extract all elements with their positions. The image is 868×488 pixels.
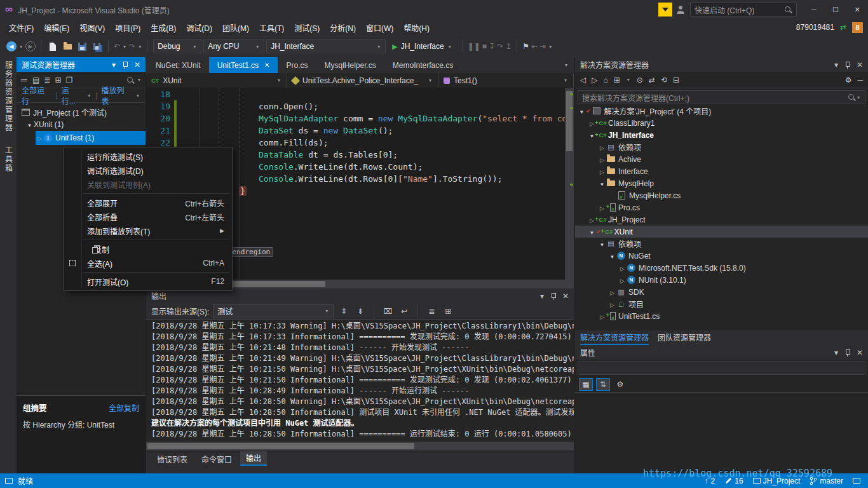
close-icon[interactable]: ✕	[857, 349, 863, 356]
menu-item-build[interactable]: 生成(B)	[146, 20, 181, 36]
output-source-dropdown[interactable]: 测试▾	[213, 304, 334, 318]
menu-item-window[interactable]: 窗口(W)	[361, 20, 398, 36]
close-tab-icon[interactable]: ✕	[264, 62, 269, 69]
tab-unittest1-cs[interactable]: UnitTest1.cs ✕	[209, 57, 278, 73]
next-message-icon[interactable]: ⇟	[354, 306, 367, 317]
indent-increase-icon[interactable]: ⇥	[539, 43, 546, 50]
properties-object-dropdown[interactable]	[578, 361, 865, 375]
project-dropdown[interactable]: C# XUnit ▾	[146, 73, 287, 88]
search-tests-icon[interactable]	[126, 76, 135, 85]
menu-item-expand-all[interactable]: 全部展开Ctrl+右箭头	[64, 196, 232, 210]
tab-solution-explorer[interactable]: 解决方案资源管理器	[580, 330, 649, 345]
property-pages-icon[interactable]: ⚙	[613, 378, 627, 391]
chevron-collapsed-icon[interactable]	[608, 300, 616, 309]
chevron-expanded-icon[interactable]	[598, 179, 606, 188]
redo-icon[interactable]: ↷	[129, 43, 135, 50]
scrollbar-thumb[interactable]	[147, 443, 414, 449]
undo-icon[interactable]: ↶	[114, 43, 120, 50]
categorized-view-icon[interactable]: ▦	[579, 378, 593, 391]
pin-icon[interactable]	[844, 349, 851, 356]
maximize-button[interactable]: ☐	[825, 0, 846, 19]
close-button[interactable]: ✕	[846, 0, 868, 19]
refresh-icon[interactable]: ⟲	[661, 76, 667, 84]
tree-item-jh-project[interactable]: +C#JH_Project	[575, 214, 868, 226]
chevron-expanded-icon[interactable]	[598, 240, 606, 248]
window-position-icon[interactable]: ❐	[65, 76, 72, 84]
chevron-expanded-icon[interactable]	[25, 120, 34, 129]
new-file-button[interactable]	[46, 40, 59, 53]
run-all-link[interactable]: 全部运行	[22, 85, 52, 106]
undo-dropdown-icon[interactable]: ▾	[123, 44, 126, 50]
menu-item-file[interactable]: 文件(F)	[4, 20, 39, 36]
playlist-menu-link[interactable]: 播放列表	[101, 85, 132, 106]
tab-memointerface-cs[interactable]: MemoInterface.cs	[384, 57, 461, 73]
menu-item-help[interactable]: 帮助(H)	[398, 20, 435, 36]
tree-item-mysqlhelp[interactable]: MysqlHelp	[575, 177, 868, 189]
menu-item-test[interactable]: 测试(S)	[289, 20, 325, 36]
menu-item-select-all[interactable]: 全选(A)Ctrl+A	[64, 256, 232, 270]
navigate-back-dropdown-icon[interactable]: ▾	[20, 44, 22, 50]
menu-item-view[interactable]: 视图(V)	[74, 20, 110, 36]
code-line[interactable]: 19conn.Open();	[146, 100, 574, 112]
member-dropdown[interactable]: Test1() ▾	[438, 73, 574, 88]
output-horizontal-scrollbar[interactable]	[146, 442, 574, 451]
menu-item-team[interactable]: 团队(M)	[217, 20, 254, 36]
class-dropdown[interactable]: UnitTest.Achive_Police_Interface_ ▾	[287, 73, 438, 88]
menu-item-open-test[interactable]: 打开测试(O)F12	[64, 274, 232, 288]
editor-vertical-scrollbar[interactable]	[565, 88, 574, 280]
account-id[interactable]: 879019481	[796, 23, 834, 32]
close-icon[interactable]: ✕	[562, 292, 569, 300]
chevron-collapsed-icon[interactable]	[618, 264, 627, 273]
feedback-monitor-icon[interactable]	[853, 478, 860, 484]
tab-overflow-icon[interactable]: ▾	[559, 57, 574, 73]
stop-icon[interactable]: ■	[482, 43, 487, 50]
chevron-expanded-icon[interactable]	[608, 252, 616, 261]
code-line[interactable]: 18	[146, 88, 574, 100]
group-by-icon[interactable]: ▤	[32, 76, 39, 84]
copy-all-link[interactable]: 全部复制	[109, 402, 139, 413]
chevron-collapsed-icon[interactable]	[598, 312, 606, 321]
hierarchy-icon[interactable]: ≣	[44, 76, 50, 84]
menu-item-analyze[interactable]: 分析(N)	[325, 20, 361, 36]
indent-decrease-icon[interactable]: ⇤	[531, 43, 538, 50]
save-all-button[interactable]	[90, 40, 103, 53]
platform-dropdown[interactable]: Any CPU▾	[203, 39, 264, 53]
chevron-collapsed-icon[interactable]	[598, 167, 606, 176]
properties-header[interactable]: 属性 ▾ ✕	[575, 345, 868, 360]
redo-dropdown-icon[interactable]: ▾	[139, 44, 141, 50]
pin-icon[interactable]	[121, 61, 128, 69]
goto-source-icon[interactable]: ⊞	[442, 306, 454, 317]
run-after-build-icon[interactable]: ≔	[20, 76, 28, 84]
solution-explorer-header[interactable]: 解决方案资源管理器 ▾ ✕	[575, 57, 868, 72]
configuration-dropdown[interactable]: Debug▾	[153, 39, 201, 53]
toggle-output-icon[interactable]: ≣	[425, 306, 438, 317]
tab-error-list[interactable]: 错误列表	[151, 452, 193, 466]
navigate-back-button[interactable]: ◀	[6, 41, 17, 51]
chevron-collapsed-icon[interactable]	[608, 288, 616, 297]
tree-item-unittest1-cs[interactable]: +UnitTest1.cs	[575, 310, 868, 322]
tree-item-jh-interface[interactable]: +C#JH_Interface	[575, 129, 868, 141]
close-icon[interactable]: ✕	[857, 61, 863, 69]
open-file-button[interactable]	[61, 40, 74, 53]
menu-item-tools[interactable]: 工具(T)	[254, 20, 289, 36]
chevron-collapsed-icon[interactable]	[598, 143, 606, 152]
chevron-down-icon[interactable]: ▾	[540, 292, 544, 300]
test-tree-root[interactable]: JH_Project (1 个测试)	[17, 105, 146, 118]
navigate-forward-button[interactable]: ▶	[25, 41, 36, 51]
minimize-button[interactable]: ─	[803, 0, 825, 19]
properties-wrench-icon[interactable]: ⚙	[845, 76, 852, 84]
home-icon[interactable]: ⌂	[603, 76, 607, 84]
toolbox-vertical-tab[interactable]: 工具箱	[3, 146, 14, 173]
tab-team-explorer[interactable]: 团队资源管理器	[658, 330, 711, 345]
toolbar-options-icon[interactable]: ▾	[549, 44, 552, 50]
clear-all-icon[interactable]: ⌧	[381, 306, 394, 317]
search-options-icon[interactable]: ▾	[138, 77, 140, 83]
menu-item-copy[interactable]: 复制	[64, 242, 232, 256]
save-button[interactable]	[76, 40, 88, 53]
tab-pro-cs[interactable]: Pro.cs	[278, 57, 316, 73]
tree-item-sdk[interactable]: ▥SDK	[575, 286, 868, 298]
break-all-icon[interactable]: ❚❚	[468, 43, 480, 50]
tree-item-mysqlhelper-cs[interactable]: MysqlHelper.cs	[575, 189, 868, 201]
sync-icon[interactable]: ⇄	[840, 23, 846, 32]
feedback-filter-icon[interactable]	[658, 3, 672, 17]
